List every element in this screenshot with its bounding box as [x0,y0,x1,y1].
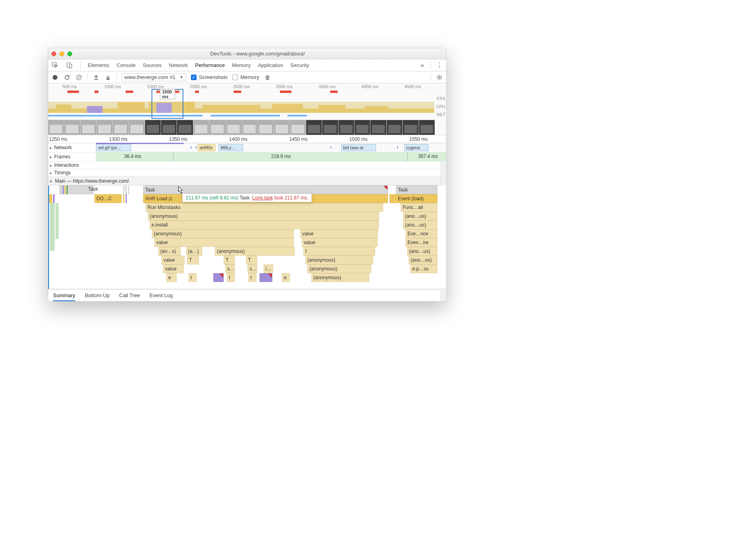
svg-rect-1 [69,64,72,68]
net-label: NET [436,112,445,117]
expand-network-icon[interactable] [50,145,53,150]
warning-icon [384,186,388,190]
expand-interactions-icon[interactable] [50,162,53,168]
window-title: DevTools - www.google.com/gmail/about/ [72,51,443,57]
close-icon[interactable] [51,51,56,56]
btab-call-tree[interactable]: Call Tree [119,292,140,298]
tab-sources[interactable]: Sources [143,62,162,68]
timings-row[interactable]: Timings [48,169,446,177]
flame-anon[interactable]: (anonymous) [148,212,379,221]
interactions-row[interactable]: Interactions [48,162,446,169]
overview-cpu [48,102,434,113]
overview-ruler: 500 ms1000 ms1500 ms2000 ms2500 ms3000 m… [48,84,434,90]
memory-checkbox[interactable]: Memory [232,74,259,80]
flame-chart[interactable]: Task Task Task DO…C XHR Load (c Event (l… [48,185,446,289]
overview-panel[interactable]: 500 ms1000 ms1500 ms2000 ms2500 ms3000 m… [48,83,446,135]
flame-microtasks[interactable]: Run Microtasks [146,203,383,212]
more-tabs-icon[interactable]: » [419,62,426,69]
frames-row[interactable]: Frames 36.4 ms 218.9 ms 357.4 ms [48,152,446,162]
flame-tooltip: 211.67 ms (self 8.62 ms) Task Long task … [182,193,312,202]
recording-select-label: www.theverge.com #1 [124,74,175,80]
clear-button[interactable] [75,74,83,81]
btab-bottom-up[interactable]: Bottom-Up [85,292,110,298]
tab-network[interactable]: Network [169,62,188,68]
detail-ruler[interactable]: 1250 ms 1300 ms 1350 ms 1400 ms 1450 ms … [48,135,446,143]
tab-security[interactable]: Security [290,62,309,68]
overview-fps [48,91,434,93]
overview-net [48,114,434,118]
devtools-window: DevTools - www.google.com/gmail/about/ E… [48,48,447,302]
device-toggle-icon[interactable] [66,62,73,69]
settings-button[interactable] [436,74,443,81]
inspect-icon[interactable] [51,62,59,69]
kebab-menu-icon[interactable]: ⋮ [436,62,443,69]
flame-einstall[interactable]: e.install [150,221,379,229]
filmstrip[interactable] [48,120,435,135]
minimize-icon[interactable] [59,51,64,56]
record-button[interactable] [51,74,59,81]
screenshots-label: Screenshots [199,74,228,80]
expand-timings-icon[interactable] [50,170,53,175]
net-item[interactable]: M6Ly… [218,144,243,151]
svg-point-4 [439,76,441,78]
save-profile-button[interactable] [104,74,112,81]
tab-elements[interactable]: Elements [88,62,109,68]
flame-task[interactable]: Task [396,185,437,194]
perf-toolbar: www.theverge.com #1 ▼ ✓ Screenshots Memo… [48,71,446,83]
net-item[interactable]: bid (aax.ai [341,144,376,151]
tab-performance[interactable]: Performance [195,62,224,68]
net-item[interactable]: aHR0c [198,144,215,151]
network-row[interactable]: Network xel.gif (px… aHR0c M6Ly… bid (aa… [48,143,446,152]
devtools-tabs: Elements Console Sources Network Perform… [48,59,446,71]
memory-label: Memory [240,74,259,80]
left-task-slivers [48,185,59,289]
net-item[interactable]: xel.gif (px… [96,144,131,151]
titlebar: DevTools - www.google.com/gmail/about/ [48,48,446,59]
btab-event-log[interactable]: Event Log [150,292,173,298]
svg-line-3 [77,76,81,79]
expand-frames-icon[interactable] [50,154,53,160]
track-rows: Network xel.gif (px… aHR0c M6Ly… bid (aa… [48,143,446,301]
traffic-lights [51,51,72,56]
overview-viewport-label: 1500 ms [160,89,175,99]
overview-viewport[interactable]: 1500 ms [152,89,183,119]
tab-application[interactable]: Application [258,62,283,68]
screenshots-checkbox[interactable]: ✓ Screenshots [191,74,228,80]
net-item[interactable]: cygnus [404,144,429,151]
btab-summary[interactable]: Summary [53,292,75,301]
zoom-icon[interactable] [67,51,72,56]
load-profile-button[interactable] [92,74,100,81]
flame-domc[interactable]: DO…C [94,194,122,203]
tab-memory[interactable]: Memory [232,62,251,68]
recording-select[interactable]: www.theverge.com #1 ▼ [122,73,186,81]
reload-record-button[interactable] [63,74,71,81]
flame-task-long[interactable]: Task [143,185,388,194]
gc-button[interactable]: 🗑 [264,74,271,81]
bottom-tabs: Summary Bottom-Up Call Tree Event Log [48,289,446,301]
flame-event-load[interactable]: Event (load) [396,194,437,203]
main-thread-header[interactable]: Main — https://www.theverge.com/ [48,177,446,185]
cpu-label: CPU [436,104,445,109]
tab-console[interactable]: Console [116,62,136,68]
expand-main-icon[interactable] [50,178,53,184]
fps-label: FPS [436,96,445,101]
